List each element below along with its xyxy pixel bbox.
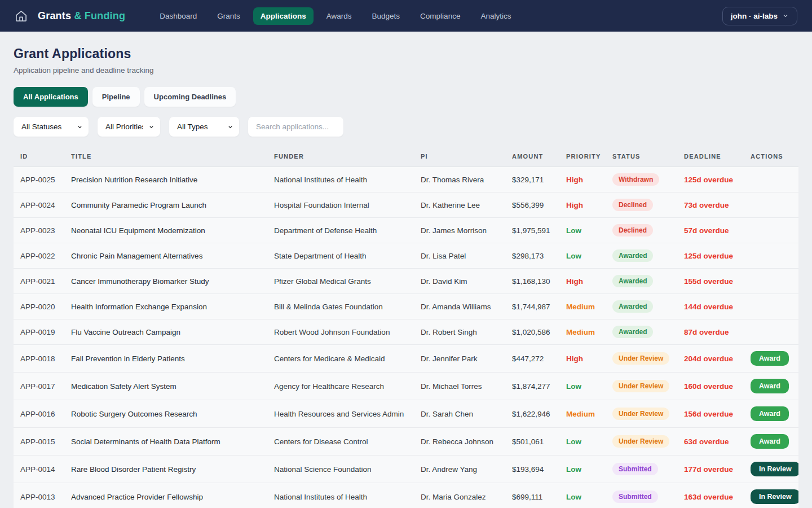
type-filter-select[interactable]: All Types	[169, 117, 239, 137]
column-header-status: STATUS	[606, 146, 677, 167]
table-row[interactable]: APP-0024 Community Paramedic Program Lau…	[14, 192, 798, 218]
in-review-button[interactable]: In Review	[751, 489, 798, 504]
priority-label: Medium	[566, 303, 595, 311]
tab-upcoming-deadlines[interactable]: Upcoming Deadlines	[144, 87, 236, 107]
application-pi: Dr. Amanda Williams	[414, 294, 505, 319]
nav-item-compliance[interactable]: Compliance	[413, 7, 467, 25]
table-row[interactable]: APP-0023 Neonatal ICU Equipment Moderniz…	[14, 218, 798, 243]
application-id: APP-0018	[14, 345, 64, 373]
table-row[interactable]: APP-0016 Robotic Surgery Outcomes Resear…	[14, 400, 798, 428]
table-row[interactable]: APP-0017 Medication Safety Alert System …	[14, 373, 798, 400]
applications-table-body: APP-0025 Precision Nutrition Research In…	[14, 167, 798, 508]
search-input[interactable]	[248, 117, 343, 137]
status-badge: Awarded	[612, 326, 653, 338]
table-row[interactable]: APP-0022 Chronic Pain Management Alterna…	[14, 243, 798, 269]
filter-bar: All Statuses All Priorities All Types	[14, 117, 798, 137]
column-header-amount: AMOUNT	[505, 146, 559, 167]
deadline-label: 177d overdue	[684, 465, 733, 474]
column-header-actions: ACTIONS	[744, 146, 798, 167]
deadline-label: 163d overdue	[684, 493, 733, 501]
priority-filter-select[interactable]: All Priorities	[98, 117, 160, 137]
application-title: Community Paramedic Program Launch	[64, 192, 267, 218]
application-pi: Dr. Katherine Lee	[414, 192, 505, 218]
tab-pipeline[interactable]: Pipeline	[92, 87, 140, 107]
application-id: APP-0022	[14, 243, 64, 269]
nav-item-analytics[interactable]: Analytics	[473, 7, 518, 25]
application-funder: Centers for Disease Control	[267, 428, 414, 456]
table-row[interactable]: APP-0020 Health Information Exchange Exp…	[14, 294, 798, 319]
priority-label: High	[566, 277, 583, 286]
award-button[interactable]: Award	[751, 434, 789, 449]
application-amount: $1,975,591	[505, 218, 559, 243]
brand-logo: Grants & Funding	[38, 10, 125, 22]
priority-label: Low	[566, 465, 581, 474]
home-button[interactable]	[15, 10, 28, 23]
application-funder: Bill & Melinda Gates Foundation	[267, 294, 414, 319]
column-header-pi: PI	[414, 146, 505, 167]
actions-cell	[744, 218, 798, 243]
application-pi: Dr. Lisa Patel	[414, 243, 505, 269]
application-amount: $1,168,130	[505, 269, 559, 294]
application-amount: $1,622,946	[505, 400, 559, 428]
actions-cell: In Review	[744, 483, 798, 508]
table-row[interactable]: APP-0015 Social Determinants of Health D…	[14, 428, 798, 456]
application-funder: Department of Defense Health	[267, 218, 414, 243]
status-badge: Submitted	[612, 463, 658, 475]
nav-item-awards[interactable]: Awards	[319, 7, 359, 25]
actions-cell: In Review	[744, 456, 798, 483]
application-funder: National Institutes of Health	[267, 167, 414, 192]
application-funder: Pfizer Global Medical Grants	[267, 269, 414, 294]
deadline-label: 125d overdue	[684, 176, 733, 184]
application-pi: Dr. Andrew Yang	[414, 456, 505, 483]
award-button[interactable]: Award	[751, 351, 789, 366]
status-badge: Under Review	[612, 435, 669, 448]
application-id: APP-0021	[14, 269, 64, 294]
actions-cell: Award	[744, 373, 798, 400]
application-pi: Dr. David Kim	[414, 269, 505, 294]
table-row[interactable]: APP-0018 Fall Prevention in Elderly Pati…	[14, 345, 798, 373]
deadline-label: 144d overdue	[684, 303, 733, 311]
actions-cell	[744, 167, 798, 192]
nav-item-applications[interactable]: Applications	[253, 7, 314, 25]
priority-label: Medium	[566, 328, 595, 336]
status-filter-select[interactable]: All Statuses	[14, 117, 89, 137]
actions-cell: Award	[744, 345, 798, 373]
priority-label: High	[566, 176, 583, 184]
deadline-label: 160d overdue	[684, 382, 733, 391]
nav-item-grants[interactable]: Grants	[210, 7, 248, 25]
status-badge: Awarded	[612, 300, 653, 313]
in-review-button[interactable]: In Review	[751, 462, 798, 476]
application-id: APP-0024	[14, 192, 64, 218]
user-menu-label: john · ai-labs	[731, 12, 778, 20]
table-row[interactable]: APP-0019 Flu Vaccine Outreach Campaign R…	[14, 319, 798, 345]
actions-cell: Award	[744, 428, 798, 456]
application-title: Flu Vaccine Outreach Campaign	[64, 319, 267, 345]
application-funder: National Institutes of Health	[267, 483, 414, 508]
deadline-label: 125d overdue	[684, 252, 733, 260]
application-pi: Dr. Thomas Rivera	[414, 167, 505, 192]
nav-item-dashboard[interactable]: Dashboard	[152, 7, 204, 25]
actions-cell	[744, 319, 798, 345]
column-header-deadline: DEADLINE	[677, 146, 744, 167]
application-id: APP-0016	[14, 400, 64, 428]
award-button[interactable]: Award	[751, 379, 789, 393]
award-button[interactable]: Award	[751, 406, 789, 421]
table-row[interactable]: APP-0021 Cancer Immunotherapy Biomarker …	[14, 269, 798, 294]
application-title: Neonatal ICU Equipment Modernization	[64, 218, 267, 243]
deadline-label: 204d overdue	[684, 354, 733, 363]
table-row[interactable]: APP-0014 Rare Blood Disorder Patient Reg…	[14, 456, 798, 483]
brand-secondary: & Funding	[74, 10, 125, 21]
chevron-down-icon	[782, 12, 789, 19]
tab-all-applications[interactable]: All Applications	[14, 87, 88, 107]
application-pi: Dr. Robert Singh	[414, 319, 505, 345]
application-title: Advanced Practice Provider Fellowship	[64, 483, 267, 508]
main-nav: Dashboard Grants Applications Awards Bud…	[152, 7, 722, 25]
application-title: Rare Blood Disorder Patient Registry	[64, 456, 267, 483]
actions-cell	[744, 192, 798, 218]
top-navbar: Grants & Funding Dashboard Grants Applic…	[0, 0, 812, 32]
nav-item-budgets[interactable]: Budgets	[365, 7, 408, 25]
table-row[interactable]: APP-0025 Precision Nutrition Research In…	[14, 167, 798, 192]
actions-cell	[744, 243, 798, 269]
table-row[interactable]: APP-0013 Advanced Practice Provider Fell…	[14, 483, 798, 508]
user-menu-button[interactable]: john · ai-labs	[722, 7, 797, 25]
